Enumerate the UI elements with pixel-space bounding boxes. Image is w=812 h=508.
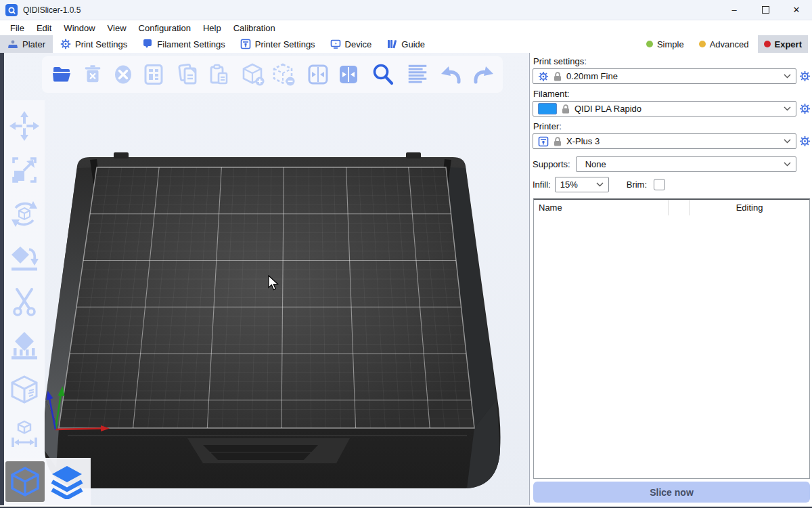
print-settings-value: 0.20mm Fine <box>566 71 779 81</box>
advanced-dot-icon <box>699 41 706 47</box>
search-button[interactable] <box>371 61 395 88</box>
tab-guide[interactable]: Guide <box>379 35 432 53</box>
printer-combo[interactable]: X-Plus 3 <box>533 133 796 149</box>
arrange-button[interactable] <box>141 61 166 88</box>
copy-icon <box>177 63 200 86</box>
menu-edit[interactable]: Edit <box>30 22 58 35</box>
gear-icon <box>799 70 811 82</box>
tab-filament-settings[interactable]: Filament Settings <box>135 35 232 53</box>
measure-icon <box>9 419 40 450</box>
supports-combo[interactable]: None <box>576 156 796 172</box>
mode-expert[interactable]: Expert <box>758 35 808 53</box>
add-instance-icon <box>241 62 265 87</box>
place-on-face-button[interactable] <box>8 242 41 274</box>
filament-color-swatch <box>538 103 557 114</box>
column-editing: Editing <box>689 200 809 215</box>
mode-simple[interactable]: Simple <box>640 35 690 53</box>
cut-button[interactable] <box>8 286 41 318</box>
tab-print-settings[interactable]: Print Settings <box>53 35 135 53</box>
mode-label: Expert <box>775 39 802 49</box>
paste-button[interactable] <box>206 61 231 88</box>
filament-combo[interactable]: QIDI PLA Rapido <box>533 101 796 117</box>
maximize-button[interactable] <box>750 0 781 20</box>
remove-instance-icon <box>271 62 296 87</box>
brim-label: Brim: <box>627 179 647 190</box>
app-logo-icon <box>5 4 18 16</box>
print-bed <box>0 53 530 505</box>
menu-configuration[interactable]: Configuration <box>133 22 197 35</box>
paint-supports-icon <box>9 331 40 362</box>
delete-button[interactable] <box>81 61 105 88</box>
open-button[interactable] <box>50 61 74 88</box>
filament-value: QIDI PLA Rapido <box>574 104 779 114</box>
view-toggle <box>4 458 91 505</box>
mode-selector: Simple Advanced Expert <box>640 35 808 53</box>
menu-view[interactable]: View <box>102 22 133 35</box>
seam-painting-button[interactable] <box>8 374 41 406</box>
mode-label: Simple <box>657 39 684 49</box>
menu-window[interactable]: Window <box>58 22 101 35</box>
remove-instance-button[interactable] <box>271 61 296 88</box>
rotate-icon <box>9 198 40 230</box>
tab-device[interactable]: Device <box>323 35 380 53</box>
tab-bar: Plater Print Settings Filament Settings <box>0 35 812 54</box>
printer-value: X-Plus 3 <box>566 136 779 146</box>
edit-filament-button[interactable] <box>798 102 811 115</box>
move-button[interactable] <box>8 110 41 142</box>
arrange-icon <box>142 63 165 86</box>
gizmo-toolbar <box>4 100 45 505</box>
printer-icon <box>240 39 251 49</box>
plater-icon <box>7 39 18 49</box>
print-settings-combo[interactable]: 0.20mm Fine <box>533 68 796 84</box>
rotate-button[interactable] <box>8 198 41 230</box>
brim-checkbox[interactable] <box>654 179 665 190</box>
filament-label: Filament: <box>533 89 812 99</box>
gear-icon <box>538 71 549 82</box>
undo-button[interactable] <box>440 61 464 88</box>
tab-label: Filament Settings <box>157 39 225 49</box>
add-instance-button[interactable] <box>241 61 265 88</box>
redo-button[interactable] <box>470 61 495 88</box>
cut-icon <box>9 287 40 318</box>
3d-viewport[interactable] <box>0 53 530 505</box>
tab-plater[interactable]: Plater <box>0 35 53 53</box>
window-title: QIDISlicer-1.0.5 <box>23 5 81 15</box>
edit-printer-button[interactable] <box>798 135 811 148</box>
copy-button[interactable] <box>176 61 200 88</box>
tab-label: Print Settings <box>75 39 127 49</box>
scale-button[interactable] <box>8 154 41 186</box>
variable-layer-height-button[interactable] <box>405 61 430 88</box>
print-settings-label: Print settings: <box>533 56 812 66</box>
menu-calibration[interactable]: Calibration <box>227 22 281 35</box>
settings-panel: Print settings: <box>530 53 812 505</box>
split-to-parts-button[interactable] <box>336 61 361 88</box>
mode-advanced[interactable]: Advanced <box>693 35 755 53</box>
tab-printer-settings[interactable]: Printer Settings <box>233 35 323 53</box>
split-to-objects-button[interactable] <box>306 61 330 88</box>
infill-value: 15% <box>560 179 591 190</box>
preview-view-button[interactable] <box>47 461 87 502</box>
gear-icon <box>60 39 71 49</box>
layers-view-icon <box>49 464 85 499</box>
close-button[interactable]: ✕ <box>781 0 812 20</box>
split-parts-icon <box>337 63 360 86</box>
tab-label: Device <box>345 39 372 49</box>
lock-icon <box>562 104 570 114</box>
measure-button[interactable] <box>8 418 41 450</box>
gear-icon <box>799 103 811 114</box>
menu-file[interactable]: File <box>4 22 30 35</box>
tab-label: Guide <box>401 39 425 49</box>
redo-icon <box>470 63 495 86</box>
device-icon <box>330 39 341 49</box>
supports-label: Supports: <box>533 159 570 169</box>
printer-icon <box>538 136 549 147</box>
delete-all-button[interactable] <box>111 61 135 88</box>
minimize-button[interactable]: – <box>719 0 750 20</box>
paint-on-supports-button[interactable] <box>8 330 41 362</box>
menu-help[interactable]: Help <box>197 22 227 35</box>
slice-now-button[interactable]: Slice now <box>533 482 810 503</box>
infill-combo[interactable]: 15% <box>555 177 609 192</box>
object-list-body[interactable] <box>534 215 809 478</box>
editor-view-button[interactable] <box>5 461 45 502</box>
edit-print-settings-button[interactable] <box>798 70 811 83</box>
